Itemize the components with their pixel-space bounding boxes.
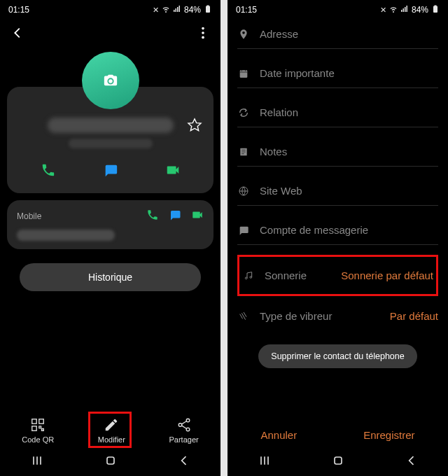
- field-website[interactable]: Site Web: [237, 176, 438, 206]
- status-indicators: ✕ 84%: [153, 5, 212, 15]
- globe-icon: [237, 186, 250, 197]
- camera-icon: [103, 73, 118, 88]
- qr-code-button[interactable]: Code QR: [22, 417, 54, 444]
- svg-point-10: [178, 424, 182, 427]
- svg-rect-13: [433, 6, 438, 13]
- chat-icon: [237, 225, 250, 236]
- video-icon[interactable]: [191, 209, 204, 224]
- svg-rect-1: [207, 6, 209, 7]
- delete-contact-button[interactable]: Supprimer le contact du télephone: [258, 344, 416, 368]
- status-time: 01:15: [8, 5, 29, 15]
- tutorial-highlight-ringtone: Sonnerie Sonnerie par défaut: [237, 255, 438, 296]
- system-nav-bar: [0, 448, 220, 476]
- contact-number-redacted: [69, 139, 153, 148]
- share-button[interactable]: Partager: [169, 417, 198, 444]
- more-icon[interactable]: [195, 25, 211, 43]
- pencil-icon: [104, 417, 119, 433]
- status-bar: 01:15 ✕ 84%: [227, 0, 448, 20]
- svg-rect-15: [240, 70, 248, 78]
- contact-edit-screen: 01:15 ✕ 84% Adresse Date importante Rela…: [227, 0, 448, 476]
- field-address[interactable]: Adresse: [237, 20, 438, 49]
- svg-rect-0: [206, 6, 210, 13]
- qr-icon: [30, 417, 46, 433]
- signal-icon: [400, 5, 409, 15]
- ringtone-icon: [242, 270, 255, 281]
- cancel-button[interactable]: Annuler: [260, 429, 297, 441]
- phone-type-label: Mobile: [17, 211, 41, 221]
- video-icon[interactable]: [165, 162, 181, 181]
- status-indicators: ✕ 84%: [380, 5, 440, 15]
- bottom-toolbar: Code QR Modifier Partager: [0, 412, 220, 448]
- call-icon[interactable]: [41, 162, 56, 181]
- status-battery: 84%: [412, 5, 428, 15]
- svg-point-2: [202, 27, 204, 30]
- field-vibration[interactable]: Type de vibreur Par défaut: [237, 302, 438, 330]
- recents-button[interactable]: [30, 454, 44, 470]
- back-button[interactable]: [177, 454, 191, 470]
- field-ringtone[interactable]: Sonnerie Sonnerie par défaut: [242, 261, 433, 290]
- mute-icon: ✕: [153, 6, 159, 15]
- svg-point-3: [202, 31, 204, 34]
- edit-actions: Annuler Enregistrer: [227, 416, 448, 448]
- system-nav-bar: [227, 448, 448, 476]
- edit-button[interactable]: Modifier: [98, 417, 125, 444]
- field-notes[interactable]: Notes: [237, 137, 438, 167]
- message-icon[interactable]: [103, 162, 118, 181]
- relation-icon: [237, 107, 250, 118]
- svg-point-18: [245, 277, 247, 279]
- svg-rect-6: [32, 419, 36, 424]
- contact-name-redacted: [48, 118, 174, 133]
- recents-button[interactable]: [258, 454, 272, 470]
- home-button[interactable]: [331, 454, 345, 470]
- svg-rect-7: [39, 419, 43, 424]
- history-button[interactable]: Historique: [20, 263, 201, 291]
- back-icon[interactable]: [10, 25, 25, 43]
- contact-view-screen: 01:15 ✕ 84%: [0, 0, 220, 476]
- share-icon: [176, 417, 192, 433]
- svg-rect-14: [435, 6, 437, 7]
- svg-rect-20: [335, 457, 342, 464]
- signal-icon: [173, 5, 181, 15]
- save-button[interactable]: Enregistrer: [363, 429, 414, 441]
- svg-point-19: [250, 276, 252, 278]
- favorite-icon[interactable]: [187, 118, 202, 136]
- call-icon[interactable]: [146, 209, 159, 224]
- notes-icon: [237, 146, 250, 158]
- wifi-icon: [389, 5, 398, 15]
- calendar-icon: [237, 68, 250, 79]
- svg-point-11: [186, 428, 190, 431]
- home-button[interactable]: [104, 454, 118, 470]
- svg-rect-12: [107, 457, 114, 464]
- svg-point-5: [108, 79, 113, 83]
- mute-icon: ✕: [380, 6, 386, 15]
- status-time: 01:15: [236, 5, 257, 15]
- status-bar: 01:15 ✕ 84%: [0, 0, 220, 20]
- pin-icon: [237, 29, 250, 40]
- status-battery: 84%: [184, 5, 201, 15]
- svg-point-9: [186, 419, 190, 422]
- phone-number-card: Mobile: [7, 200, 214, 249]
- vibration-icon: [237, 311, 250, 322]
- wifi-icon: [162, 5, 170, 15]
- back-button[interactable]: [405, 454, 419, 470]
- battery-icon: [431, 5, 440, 15]
- svg-rect-8: [32, 426, 36, 430]
- message-icon[interactable]: [169, 209, 181, 224]
- svg-point-4: [202, 36, 204, 39]
- contact-avatar[interactable]: [82, 52, 139, 109]
- field-email[interactable]: Compte de messagerie: [237, 216, 438, 245]
- field-date[interactable]: Date importante: [237, 59, 438, 88]
- phone-number-redacted: [17, 230, 115, 241]
- field-relation[interactable]: Relation: [237, 98, 438, 127]
- battery-icon: [204, 5, 212, 15]
